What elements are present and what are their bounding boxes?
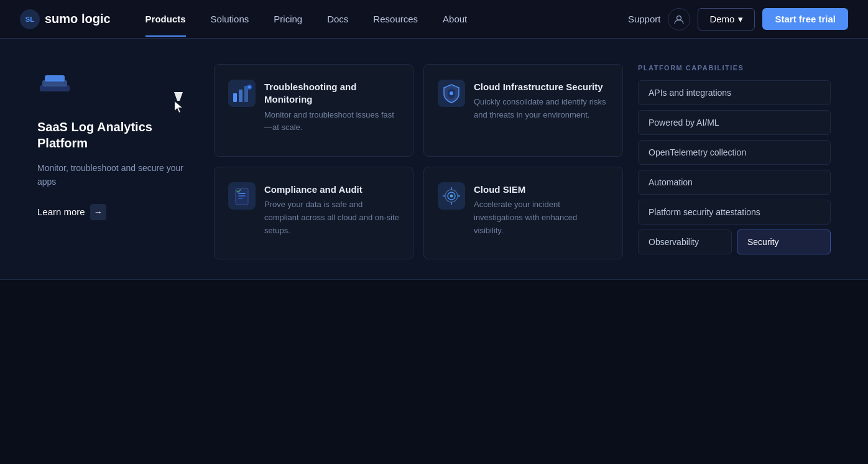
product-cards-grid: Troubleshooting and Monitoring Monitor a… [214, 64, 623, 188]
user-icon[interactable] [668, 8, 690, 30]
capability-opentelemetry[interactable]: OpenTelemetry collection [638, 140, 831, 165]
card-siem[interactable]: Cloud SIEM Accelerate your incident inve… [423, 167, 623, 188]
nav-solutions[interactable]: Solutions [201, 9, 259, 29]
nav-resources[interactable]: Resources [363, 9, 428, 29]
trial-button[interactable]: Start free trial [762, 8, 848, 30]
nav-about[interactable]: About [433, 9, 477, 29]
nav-right: Support Demo ▾ Start free trial [628, 8, 848, 30]
dropdown-left-panel: SaaS Log Analytics Platform Monitor, tro… [37, 64, 199, 188]
svg-point-13 [450, 91, 453, 95]
compliance-icon [228, 182, 256, 188]
navbar: SL sumo logic Products Solutions Pricing… [0, 0, 868, 39]
nav-docs[interactable]: Docs [317, 9, 358, 29]
card-security-title: Cloud Infrastructure Security [474, 81, 609, 93]
products-dropdown: SaaS Log Analytics Platform Monitor, tro… [0, 39, 868, 188]
siem-icon [438, 182, 465, 188]
capability-apis[interactable]: APIs and integrations [638, 80, 831, 105]
saas-platform-icon [37, 69, 199, 106]
logo[interactable]: SL sumo logic [20, 9, 111, 29]
security-icon [438, 80, 465, 107]
nav-links: Products Solutions Pricing Docs Resource… [136, 9, 628, 29]
brand-name: sumo logic [45, 12, 111, 26]
capability-automation[interactable]: Automation [638, 170, 831, 188]
card-troubleshooting-desc: Monitor and troubleshoot issues fast—at … [264, 109, 399, 135]
card-compliance[interactable]: Compliance and Audit Prove your data is … [214, 167, 413, 188]
svg-text:SL: SL [25, 16, 35, 23]
capability-aiml[interactable]: Powered by AI/ML [638, 110, 831, 135]
svg-point-11 [248, 86, 251, 88]
capabilities-title: PLATFORM CAPABILITIES [638, 64, 831, 72]
nav-support[interactable]: Support [628, 14, 661, 24]
card-troubleshooting[interactable]: Troubleshooting and Monitoring Monitor a… [214, 64, 413, 157]
svg-rect-16 [438, 182, 465, 188]
nav-products[interactable]: Products [136, 9, 196, 29]
svg-rect-8 [239, 90, 242, 102]
card-troubleshooting-title: Troubleshooting and Monitoring [264, 81, 399, 106]
nav-pricing[interactable]: Pricing [264, 9, 312, 29]
card-siem-title: Cloud SIEM [474, 183, 609, 188]
demo-button[interactable]: Demo ▾ [698, 8, 755, 30]
card-security[interactable]: Cloud Infrastructure Security Quickly co… [423, 64, 623, 157]
svg-rect-5 [45, 75, 65, 81]
left-panel-desc: Monitor, troubleshoot and secure your ap… [37, 161, 199, 188]
card-compliance-title: Compliance and Audit [264, 183, 399, 188]
svg-rect-7 [233, 93, 237, 102]
chevron-down-icon: ▾ [738, 14, 743, 25]
card-security-desc: Quickly consolidate and identify risks a… [474, 96, 609, 122]
platform-capabilities-panel: PLATFORM CAPABILITIES APIs and integrati… [638, 64, 831, 188]
monitoring-icon [228, 80, 256, 107]
svg-rect-14 [228, 182, 256, 188]
left-panel-title: SaaS Log Analytics Platform [37, 119, 199, 151]
